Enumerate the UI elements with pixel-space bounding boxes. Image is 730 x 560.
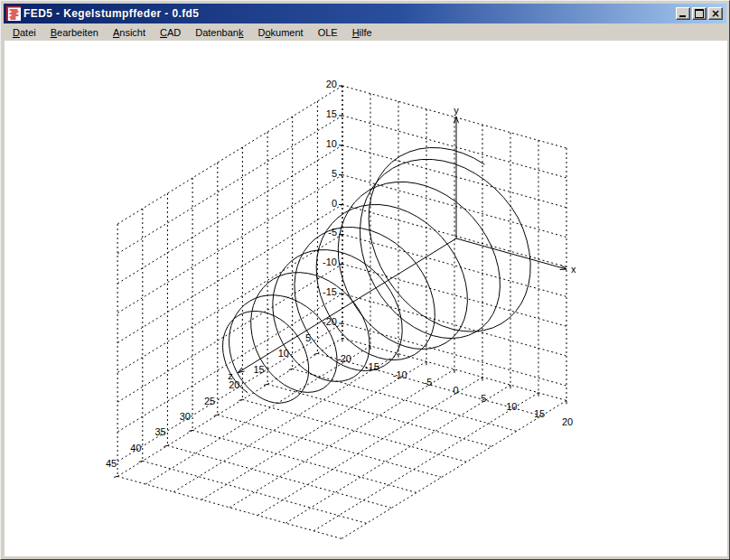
- menu-item-ole[interactable]: OLE: [311, 24, 345, 41]
- plot-area: xyz20151050-5-10-15-20-20-15-10-50510152…: [5, 41, 727, 556]
- menu-bar: DateiBearbeitenAnsichtCADDatenbankDokume…: [4, 23, 726, 41]
- menu-item-datenbank[interactable]: Datenbank: [188, 24, 250, 41]
- app-icon spring-logo-icon: [6, 6, 21, 21]
- svg-text:5: 5: [305, 332, 311, 343]
- window-title: FED5 - Kegelstumpffeder - 0.fd5: [23, 4, 673, 23]
- svg-text:35: 35: [154, 426, 165, 437]
- close-button[interactable]: ×: [708, 7, 723, 20]
- svg-text:15: 15: [253, 364, 264, 375]
- svg-text:10: 10: [278, 348, 289, 359]
- minimize-button[interactable]: [676, 7, 690, 20]
- svg-text:-10: -10: [393, 369, 407, 380]
- close-icon: ×: [711, 9, 720, 18]
- svg-text:0: 0: [453, 385, 458, 396]
- svg-text:10: 10: [326, 138, 337, 149]
- svg-text:15: 15: [534, 408, 545, 419]
- menu-item-datei[interactable]: Datei: [5, 24, 43, 41]
- svg-text:45: 45: [106, 458, 117, 469]
- svg-text:y: y: [454, 105, 459, 116]
- maximize-button[interactable]: [692, 7, 707, 20]
- svg-text:20: 20: [326, 79, 337, 89]
- svg-text:40: 40: [130, 443, 141, 453]
- menu-item-hilfe[interactable]: Hilfe: [345, 24, 379, 41]
- svg-text:x: x: [571, 264, 576, 275]
- title-bar[interactable]: FED5 - Kegelstumpffeder - 0.fd5 ×: [4, 4, 726, 23]
- spring-3d-plot: xyz20151050-5-10-15-20-20-15-10-50510152…: [5, 41, 727, 556]
- svg-text:-20: -20: [337, 353, 351, 364]
- svg-text:15: 15: [326, 108, 337, 119]
- svg-text:-10: -10: [323, 257, 337, 267]
- svg-text:5: 5: [481, 393, 486, 404]
- menu-item-ansicht[interactable]: Ansicht: [106, 24, 153, 41]
- menu-item-dokument[interactable]: Dokument: [250, 24, 310, 41]
- app-window: FED5 - Kegelstumpffeder - 0.fd5 × DateiB…: [0, 0, 730, 560]
- menu-item-bearbeiten[interactable]: Bearbeiten: [43, 24, 106, 41]
- svg-text:20: 20: [562, 416, 573, 427]
- menu-item-cad[interactable]: CAD: [153, 24, 188, 41]
- svg-text:-15: -15: [323, 286, 337, 297]
- tick-labels: 20151050-5-10-15-20-20-15-10-50510152051…: [106, 79, 573, 469]
- svg-text:-5: -5: [424, 377, 433, 387]
- maximize-icon: [695, 9, 704, 18]
- svg-text:10: 10: [506, 401, 517, 412]
- svg-text:5: 5: [332, 168, 337, 179]
- minimize-icon: [679, 15, 686, 17]
- svg-text:0: 0: [332, 198, 337, 209]
- svg-text:30: 30: [180, 411, 191, 422]
- svg-text:25: 25: [204, 396, 215, 406]
- grid-lines: [117, 86, 566, 538]
- window-controls: ×: [676, 7, 724, 20]
